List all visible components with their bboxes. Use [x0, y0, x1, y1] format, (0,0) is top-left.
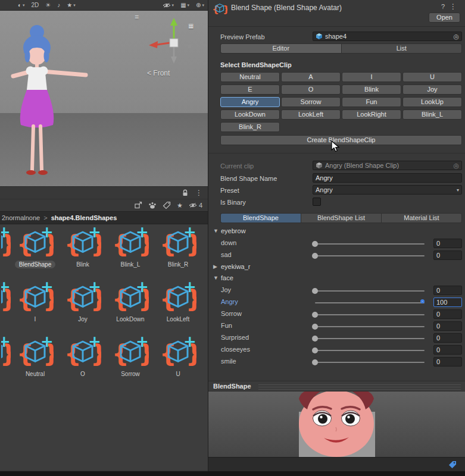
clip-button-a[interactable]: A: [281, 72, 341, 82]
toggle-2d-button[interactable]: 2D: [32, 2, 39, 8]
slider-handle[interactable]: [312, 241, 318, 247]
asset-tile[interactable]: Blink_L: [107, 227, 154, 268]
slider-track[interactable]: [315, 326, 425, 327]
slider-track[interactable]: [315, 243, 425, 245]
slider-track[interactable]: [315, 362, 425, 363]
slider-value-field-active[interactable]: 100: [433, 298, 462, 307]
clip-button-u[interactable]: U: [402, 72, 462, 82]
kebab-menu-icon[interactable]: ⋮: [450, 2, 457, 11]
group-foldout-eyebrow[interactable]: ▼ eyebrow: [208, 227, 462, 237]
clip-button-blink-l[interactable]: Blink_L: [402, 109, 462, 120]
slider-handle[interactable]: [312, 347, 318, 353]
slider-handle[interactable]: [312, 359, 318, 365]
asset-tile[interactable]: O: [60, 336, 106, 378]
slider-value-field[interactable]: 0: [433, 345, 462, 355]
asset-tile[interactable]: I: [12, 281, 58, 323]
breadcrumb-parent[interactable]: 2normalnone: [2, 214, 40, 221]
effects-dropdown[interactable]: ★▾: [67, 2, 75, 8]
group-foldout-face[interactable]: ▼ face: [208, 274, 462, 284]
clip-button-sorrow[interactable]: Sorrow: [281, 97, 341, 107]
slider-track[interactable]: [315, 338, 425, 339]
slider-handle[interactable]: [312, 324, 318, 330]
asset-tile[interactable]: BlendShape: [12, 227, 58, 268]
clip-button-blink[interactable]: Blink: [342, 84, 401, 95]
asset-tile[interactable]: LookLeft: [155, 281, 201, 323]
clip-button-lookright[interactable]: LookRight: [342, 109, 401, 120]
clip-button-lookdown[interactable]: LookDown: [220, 109, 280, 120]
slider-value-field[interactable]: 0: [433, 239, 462, 248]
paw-icon[interactable]: [148, 201, 157, 209]
clip-button-i[interactable]: I: [342, 72, 401, 82]
overlay-grid-icon[interactable]: ▦: [188, 23, 194, 29]
tab-blendshape-list[interactable]: BlendShape List: [301, 213, 381, 223]
clip-button-angry[interactable]: Angry: [220, 97, 280, 107]
slider-value-field[interactable]: 0: [433, 250, 462, 260]
slider-handle[interactable]: [312, 312, 318, 318]
breadcrumb-current[interactable]: shape4.BlendShapes: [51, 214, 117, 221]
clip-button-lookleft[interactable]: LookLeft: [281, 109, 341, 120]
scene-visibility-dropdown[interactable]: ▾: [163, 2, 174, 8]
blendshape-preview[interactable]: [208, 392, 465, 457]
open-external-icon[interactable]: [134, 201, 142, 209]
asset-label-tag-icon[interactable]: [448, 460, 457, 469]
slider-handle[interactable]: [312, 253, 318, 259]
asset-tile-clipped[interactable]: [1, 227, 11, 261]
preview-drag-handle[interactable]: [258, 384, 461, 390]
clip-button-lookup[interactable]: LookUp: [402, 97, 462, 107]
lighting-toggle-icon[interactable]: ☀: [45, 2, 51, 8]
asset-tile[interactable]: Joy: [60, 281, 106, 323]
slider-handle-active[interactable]: [420, 299, 425, 303]
clip-button-blink-r[interactable]: Blink_R: [220, 122, 280, 132]
lock-icon[interactable]: [181, 189, 189, 197]
slider-value-field[interactable]: 0: [433, 333, 462, 343]
clip-button-o[interactable]: O: [281, 84, 341, 95]
clip-button-fun[interactable]: Fun: [342, 97, 401, 107]
kebab-menu-icon[interactable]: ⋮: [195, 189, 202, 197]
asset-tile[interactable]: U: [155, 336, 201, 378]
tab-blendshape[interactable]: BlendShape: [220, 213, 301, 223]
asset-tile[interactable]: Blink_R: [155, 227, 201, 268]
help-icon[interactable]: ?: [441, 3, 445, 10]
tag-icon[interactable]: [163, 201, 171, 209]
slider-value-field[interactable]: 0: [433, 286, 462, 295]
is-binary-checkbox[interactable]: [313, 198, 321, 206]
scene-viewport[interactable]: < Front ≡ ▦: [0, 11, 208, 186]
slider-value-field[interactable]: 0: [433, 309, 462, 319]
hidden-count-toggle[interactable]: 4: [189, 202, 202, 209]
slider-value-field[interactable]: 0: [433, 321, 462, 331]
slider-track[interactable]: [315, 302, 425, 303]
preview-prefab-field[interactable]: shape4 ◎: [313, 32, 462, 41]
asset-tile-clipped[interactable]: [1, 281, 11, 316]
camera-settings-dropdown[interactable]: ▦▾: [180, 2, 189, 8]
overlay-menu-icon[interactable]: ≡: [135, 13, 139, 21]
gizmos-dropdown[interactable]: ⊕▾: [196, 2, 204, 8]
slider-track[interactable]: [315, 350, 425, 351]
audio-toggle-icon[interactable]: ♪: [57, 2, 60, 8]
draw-mode-dropdown[interactable]: ◐▾: [18, 2, 25, 8]
gizmo-front-label[interactable]: < Front: [147, 69, 170, 77]
clip-button-joy[interactable]: Joy: [402, 84, 462, 95]
asset-tile[interactable]: Blink: [60, 227, 106, 268]
asset-tile[interactable]: Neutral: [12, 336, 58, 378]
tab-list[interactable]: List: [341, 43, 463, 54]
clip-button-neutral[interactable]: Neutral: [220, 72, 280, 82]
slider-track[interactable]: [315, 290, 425, 292]
favorite-star-icon[interactable]: ★: [177, 202, 183, 209]
tab-material-list[interactable]: Material List: [381, 213, 462, 223]
slider-handle[interactable]: [312, 336, 318, 342]
group-foldout-eyekiwa-r[interactable]: ▶ eyekiwa_r: [208, 262, 462, 273]
asset-label: U: [155, 370, 201, 378]
open-button[interactable]: Open: [429, 12, 460, 23]
object-picker-icon[interactable]: ◎: [453, 32, 459, 40]
asset-tile[interactable]: LookDown: [107, 281, 154, 323]
slider-track[interactable]: [315, 314, 425, 315]
slider-track[interactable]: [315, 255, 425, 256]
clip-button-e[interactable]: E: [220, 84, 280, 95]
blend-shape-name-input[interactable]: [313, 173, 462, 183]
slider-value-field[interactable]: 0: [433, 357, 462, 367]
slider-handle[interactable]: [312, 288, 318, 294]
preset-dropdown[interactable]: Angry ▾: [313, 185, 462, 195]
asset-tile[interactable]: Sorrow: [107, 336, 154, 378]
asset-tile-clipped[interactable]: [1, 336, 11, 371]
tab-editor[interactable]: Editor: [220, 43, 341, 54]
